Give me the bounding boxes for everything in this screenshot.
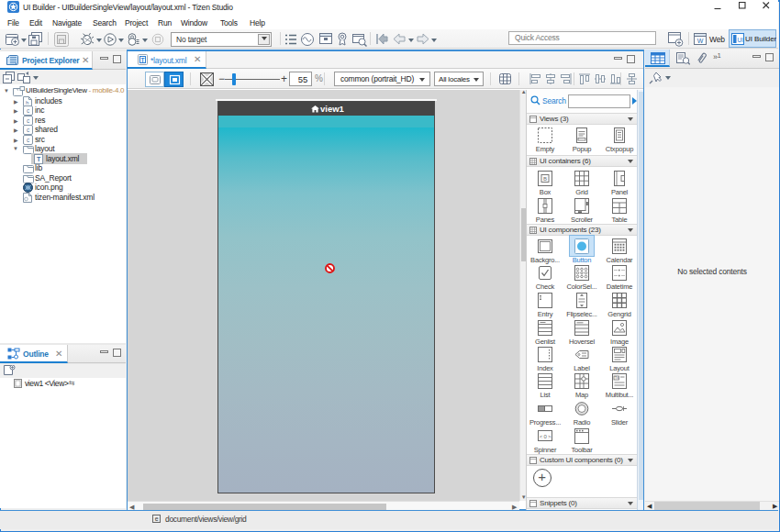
svg-text:Tx: Tx (615, 375, 618, 380)
svg-text:h: h (26, 99, 28, 105)
svg-text:< 0 >: < 0 > (540, 434, 552, 439)
svg-text:B: B (543, 176, 547, 182)
svg-text:T: T (141, 57, 145, 63)
svg-text:W: W (697, 38, 704, 44)
svg-text:UI: UI (737, 37, 742, 43)
